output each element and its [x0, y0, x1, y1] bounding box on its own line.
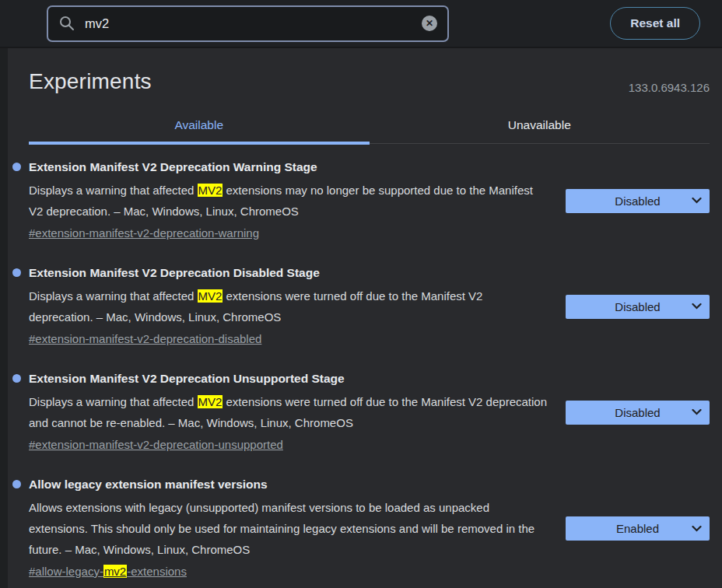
clear-search-icon[interactable]: ✕	[422, 16, 437, 31]
search-input[interactable]	[83, 16, 414, 32]
experiments-list: Extension Manifest V2 Deprecation Warnin…	[29, 159, 710, 580]
description-text: Displays a warning that affected	[29, 289, 198, 303]
search-match-highlight: mv2	[103, 565, 127, 578]
experiment-title-text: Extension Manifest V2 Deprecation Disabl…	[29, 266, 320, 279]
reset-all-button[interactable]: Reset all	[610, 7, 700, 40]
selected-option-label: Disabled	[615, 300, 660, 313]
experiment-description: Allows extensions with legacy (unsupport…	[29, 497, 549, 560]
experiment-row: Extension Manifest V2 Deprecation Disabl…	[29, 264, 710, 348]
bullet-dot-icon	[12, 268, 21, 277]
experiment-permalink[interactable]: #extension-manifest-v2-deprecation-warni…	[29, 225, 259, 242]
tab-strip: Available Unavailable	[29, 118, 710, 144]
search-box[interactable]: ✕	[47, 5, 449, 42]
experiment-title-text: Extension Manifest V2 Deprecation Unsupp…	[29, 372, 345, 385]
selected-option-label: Disabled	[615, 194, 660, 208]
page-title: Experiments	[29, 69, 152, 94]
permalink-text: -extensions	[127, 565, 187, 578]
search-match-highlight: MV2	[198, 184, 223, 197]
flags-topbar: ✕ Reset all	[0, 0, 722, 48]
page-left-edge	[0, 48, 8, 588]
experiment-title: Extension Manifest V2 Deprecation Unsupp…	[29, 370, 549, 387]
experiment-title: Extension Manifest V2 Deprecation Warnin…	[29, 159, 549, 176]
experiment-state-select[interactable]: Disabled	[566, 189, 710, 213]
description-text: Displays a warning that affected	[29, 184, 198, 197]
search-icon	[58, 15, 75, 32]
experiment-title: Extension Manifest V2 Deprecation Disabl…	[29, 264, 549, 282]
experiment-permalink[interactable]: #allow-legacy-mv2-extensions	[29, 563, 187, 580]
selected-option-label: Enabled	[616, 522, 659, 535]
experiment-description: Displays a warning that affected MV2 ext…	[29, 180, 549, 222]
version-label: 133.0.6943.126	[629, 81, 710, 94]
bullet-dot-icon	[12, 480, 21, 488]
permalink-text: #allow-legacy-	[29, 565, 103, 578]
experiment-permalink[interactable]: #extension-manifest-v2-deprecation-unsup…	[29, 436, 283, 453]
tab-available[interactable]: Available	[29, 118, 370, 143]
experiment-state-select[interactable]: Disabled	[566, 295, 710, 319]
experiment-row: Extension Manifest V2 Deprecation Unsupp…	[29, 370, 710, 453]
experiment-title-text: Extension Manifest V2 Deprecation Warnin…	[29, 160, 317, 173]
tab-unavailable[interactable]: Unavailable	[370, 118, 710, 143]
experiment-title: Allow legacy extension manifest versions	[29, 476, 549, 493]
search-match-highlight: MV2	[198, 395, 223, 408]
permalink-text: #extension-manifest-v2-deprecation-warni…	[29, 226, 259, 240]
chevron-down-icon	[692, 525, 702, 532]
experiment-row: Allow legacy extension manifest versions…	[29, 476, 710, 580]
experiment-description: Displays a warning that affected MV2 ext…	[29, 391, 549, 433]
experiment-state-select[interactable]: Enabled	[566, 516, 710, 541]
description-text: Allows extensions with legacy (unsupport…	[29, 501, 534, 556]
header-row: Experiments 133.0.6943.126	[29, 68, 710, 94]
experiment-title-text: Allow legacy extension manifest versions	[29, 478, 268, 491]
experiment-state-select[interactable]: Disabled	[566, 401, 710, 425]
chevron-down-icon	[692, 409, 702, 416]
permalink-text: #extension-manifest-v2-deprecation-unsup…	[29, 438, 283, 451]
chevron-down-icon	[692, 198, 702, 205]
experiment-description: Displays a warning that affected MV2 ext…	[29, 285, 549, 327]
permalink-text: #extension-manifest-v2-deprecation-disab…	[29, 332, 261, 345]
bullet-dot-icon	[12, 163, 21, 171]
selected-option-label: Disabled	[615, 406, 660, 419]
bullet-dot-icon	[12, 374, 21, 383]
experiment-row: Extension Manifest V2 Deprecation Warnin…	[29, 159, 710, 242]
chevron-down-icon	[692, 303, 702, 310]
flags-content: Experiments 133.0.6943.126 Available Una…	[0, 48, 722, 588]
description-text: Displays a warning that affected	[29, 395, 198, 408]
experiment-permalink[interactable]: #extension-manifest-v2-deprecation-disab…	[29, 331, 261, 348]
search-match-highlight: MV2	[198, 289, 223, 303]
